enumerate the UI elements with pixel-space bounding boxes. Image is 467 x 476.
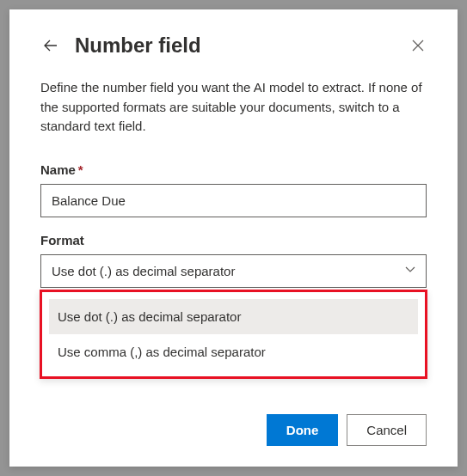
dialog-header: Number field xyxy=(40,34,427,58)
required-indicator: * xyxy=(78,162,83,177)
name-label-text: Name xyxy=(40,162,76,177)
close-icon[interactable] xyxy=(409,37,427,54)
done-button[interactable]: Done xyxy=(267,414,339,446)
dialog-footer: Done Cancel xyxy=(267,414,427,446)
name-input[interactable] xyxy=(40,184,427,217)
dialog-description: Define the number field you want the AI … xyxy=(40,78,427,137)
format-select[interactable]: Use dot (.) as decimal separator xyxy=(40,254,427,288)
dialog-title: Number field xyxy=(75,34,201,58)
name-field-group: Name* xyxy=(40,162,427,217)
back-arrow-icon[interactable] xyxy=(40,35,61,56)
format-selected-value: Use dot (.) as decimal separator xyxy=(52,264,235,278)
name-label: Name* xyxy=(40,162,427,177)
format-select-wrapper: Use dot (.) as decimal separator Use dot… xyxy=(40,254,427,288)
format-label: Format xyxy=(40,233,427,247)
cancel-button[interactable]: Cancel xyxy=(347,414,427,446)
format-option-dot[interactable]: Use dot (.) as decimal separator xyxy=(49,299,418,334)
number-field-dialog: Number field Define the number field you… xyxy=(9,9,458,467)
format-field-group: Format Use dot (.) as decimal separator … xyxy=(40,233,427,288)
format-option-comma[interactable]: Use comma (,) as decimal separator xyxy=(49,334,418,369)
format-dropdown-panel: Use dot (.) as decimal separator Use com… xyxy=(40,290,427,379)
